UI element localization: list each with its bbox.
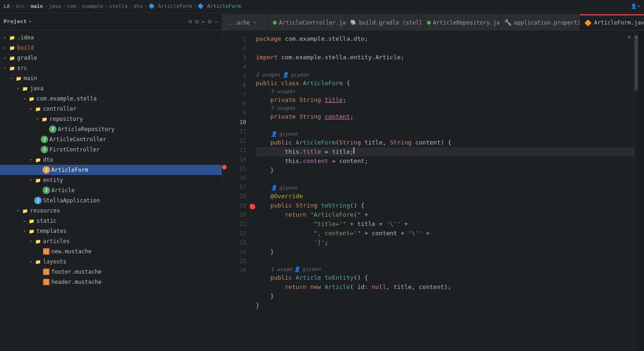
scrollbar-thumb[interactable] — [635, 35, 638, 91]
equalize-icon[interactable]: ⇔ — [202, 18, 205, 25]
code-token: = content; — [328, 157, 368, 166]
sidebar-item-article-repository[interactable]: ▸ J ArticleRepository — [0, 124, 222, 134]
code-token: ; — [350, 112, 354, 121]
line-numbers: 1 2 3 4 5 6 7 8 9 10 11 12 13 14 15 16 1 — [229, 31, 250, 351]
breadcrumb-item[interactable]: LA — [4, 3, 10, 9]
editor-scrollbar[interactable] — [634, 31, 638, 351]
tab-article-controller[interactable]: ArticleController.java × — [268, 14, 346, 30]
settings-icon[interactable]: ⚙ — [208, 18, 211, 25]
main-layout: Project ▾ ⊙ ⊟ ⇔ ⚙ — ▸ 📁 .idea ▸ 📁 build — [0, 13, 644, 351]
dropdown-arrow[interactable]: ▾ — [29, 19, 32, 25]
type-token: String — [390, 138, 412, 147]
sidebar-item-stella-application[interactable]: ▸ J StellaApplication — [0, 195, 222, 206]
breadcrumb-item[interactable]: stella — [109, 3, 128, 9]
code-token — [256, 238, 314, 247]
translate-icon[interactable]: ⇄ — [627, 33, 631, 40]
code-token — [317, 201, 321, 210]
sidebar-item-java[interactable]: ▾ 📁 java — [0, 83, 222, 94]
sidebar-item-main[interactable]: ▾ 📁 main — [0, 73, 222, 83]
breadcrumb-sep: › — [62, 3, 66, 9]
sidebar-item-header-mustache[interactable]: ▸ {} header.mustache — [0, 277, 222, 287]
sidebar-item-article[interactable]: ▸ J Article — [0, 185, 222, 195]
class-name: Article — [325, 282, 350, 292]
collapse-all-icon[interactable]: ⊟ — [195, 18, 199, 25]
folder-icon: 📁 — [28, 227, 35, 235]
sidebar-item-build[interactable]: ▸ 📁 build — [0, 43, 222, 53]
usage-count: 1 usage — [271, 266, 292, 273]
code-token: this — [285, 157, 299, 166]
tab-dot-icon: 🔶 — [584, 19, 592, 26]
folder-icon: 📁 — [21, 207, 29, 214]
sidebar-item-article-form[interactable]: ▸ J ArticleForm — [0, 165, 222, 175]
breadcrumb-item[interactable]: 🔷 ArticleForm — [198, 3, 241, 9]
sidebar-item-com-example-stella[interactable]: ▾ 📁 com.example.stella — [0, 94, 222, 104]
code-content: 1 2 3 4 5 6 7 8 9 10 11 12 13 14 15 16 1 — [222, 31, 644, 351]
folder-icon: 📁 — [15, 75, 22, 82]
code-token: = title; — [321, 147, 353, 157]
code-token: + — [422, 229, 430, 238]
close-panel-icon[interactable]: × — [634, 33, 638, 40]
breadcrumb-item[interactable]: dto — [133, 3, 142, 9]
sidebar-item-new-mustache[interactable]: ▸ {} new.mustache — [0, 246, 222, 257]
sidebar-item-controller[interactable]: ▾ 📁 controller — [0, 104, 222, 114]
line-number-current: 10 — [229, 118, 250, 127]
tab-build-gradle[interactable]: 🐘 build.gradle (stella) × — [346, 14, 422, 30]
sidebar-item-repository-folder[interactable]: ▾ 📁 repository — [0, 114, 222, 124]
code-editor[interactable]: ⇄ × 1 2 3 4 5 6 7 8 9 — [222, 31, 644, 351]
breadcrumb-item[interactable]: example — [82, 3, 103, 9]
java-file-icon: J — [43, 166, 50, 174]
locate-icon[interactable]: ⊙ — [189, 18, 192, 25]
folder-icon: 📁 — [41, 115, 48, 123]
sidebar-item-templates[interactable]: ▾ 📁 templates — [0, 226, 222, 236]
chevron-icon: ▾ — [15, 207, 21, 214]
breadcrumb-item[interactable]: 🔷 ArticleForm — [149, 3, 192, 9]
tab-application-properties[interactable]: 🔧 application.properties × — [500, 14, 580, 30]
code-lines: package com.example.stella.dto; import c… — [250, 31, 634, 351]
tab-article-repository[interactable]: ArticleRepository.java × — [422, 14, 500, 30]
code-line-group: 👤 giyeon public ArticleForm(String title… — [256, 131, 634, 147]
string-literal: ", content='" — [314, 229, 361, 238]
tab-label: ...ache — [227, 19, 250, 26]
sidebar-item-dto-folder[interactable]: ▾ 📁 dto — [0, 155, 222, 165]
folder-icon: 📁 — [28, 217, 35, 225]
sidebar-item-static[interactable]: ▸ 📁 static — [0, 216, 222, 226]
sidebar-item-idea[interactable]: ▸ 📁 .idea — [0, 32, 222, 43]
code-line: } — [256, 247, 634, 257]
item-label: layouts — [43, 258, 67, 265]
breadcrumb-item[interactable]: com — [67, 3, 76, 9]
code-token — [321, 112, 325, 121]
code-token — [256, 112, 270, 121]
line-number: 2 — [229, 44, 250, 53]
tab-close-button[interactable]: × — [254, 20, 256, 25]
item-label: Article — [51, 187, 75, 194]
breadcrumb-item[interactable]: java — [49, 3, 62, 9]
minimize-icon[interactable]: — — [214, 18, 218, 25]
folder-icon: 📁 — [8, 54, 16, 62]
type-token: String — [296, 201, 317, 210]
user-icon: 👤 — [282, 71, 289, 79]
tab-cache[interactable]: ...ache × — [222, 14, 268, 30]
sidebar-item-layouts-folder[interactable]: ▾ 📁 layouts — [0, 257, 222, 267]
sidebar-item-src[interactable]: ▸ 📁 src — [0, 63, 222, 73]
field-name: content — [325, 112, 350, 121]
breadcrumb-item[interactable]: main — [31, 3, 43, 9]
line-number: 16 — [229, 173, 250, 182]
code-token: { — [343, 79, 350, 88]
code-token: ; — [343, 95, 347, 105]
code-line-group: 3 usages private String title; — [256, 88, 634, 105]
sidebar-item-articles-folder[interactable]: ▾ 📁 articles — [0, 236, 222, 246]
sidebar-item-article-controller[interactable]: ▸ J ArticleController — [0, 134, 222, 144]
code-line: } — [256, 292, 634, 301]
sidebar-item-gradle[interactable]: ▸ 📁 gradle — [0, 53, 222, 63]
minimap — [638, 31, 644, 351]
breadcrumb-item[interactable]: src — [16, 3, 25, 9]
tab-dot-icon: 🔧 — [504, 19, 512, 26]
tab-article-form[interactable]: 🔶 ArticleForm.java × — [580, 14, 644, 30]
line-number: 1 — [229, 34, 250, 44]
sidebar-item-first-controller[interactable]: ▸ J FirstController — [0, 144, 222, 155]
sidebar-item-footer-mustache[interactable]: ▸ {} footer.mustache — [0, 267, 222, 277]
sidebar-item-resources[interactable]: ▾ 📁 resources — [0, 206, 222, 216]
sidebar-item-entity-folder[interactable]: ▾ 📁 entity — [0, 175, 222, 185]
code-token — [256, 219, 314, 229]
item-label: gradle — [17, 55, 37, 61]
